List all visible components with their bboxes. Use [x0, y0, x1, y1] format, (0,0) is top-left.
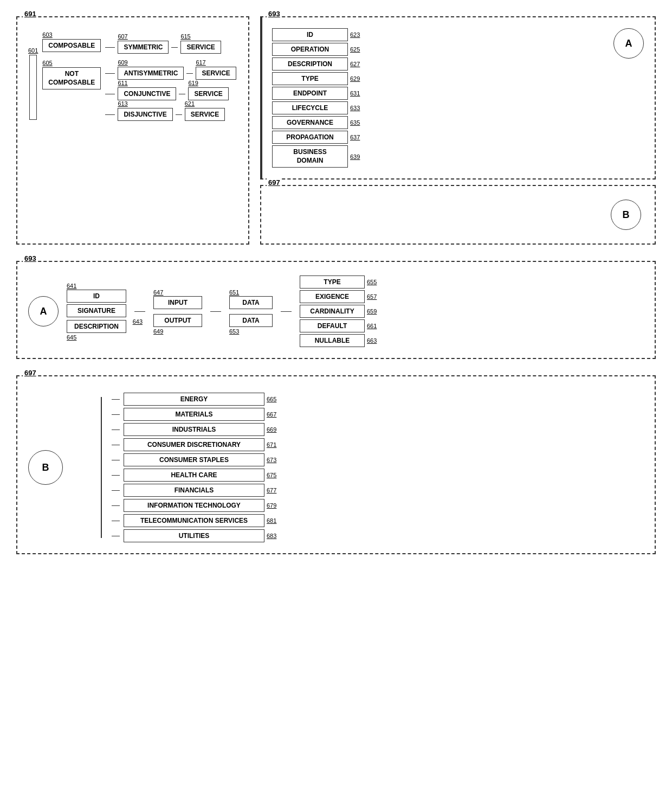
bar-601: 601 — [28, 47, 38, 120]
s3-industrials-hline — [112, 430, 120, 430]
branches-col: 607 SYMMETRIC 615 SERVICE 609 — [105, 36, 236, 121]
ref-683: 683 — [267, 533, 282, 539]
prop-operation-row: OPERATION 625 — [272, 43, 605, 56]
prop-endpoint-row: ENDPOINT 631 — [272, 87, 605, 100]
label-691: 691 — [23, 10, 38, 18]
s2-connector-left — [134, 311, 145, 312]
tree-691: 601 603 COMPOSABLE 605 NOT COMPOSABLE — [28, 34, 237, 121]
service-615-box: SERVICE — [180, 41, 221, 54]
not-composable-box-wrap: 605 NOT COMPOSABLE — [42, 67, 101, 89]
line-disj2 — [176, 114, 182, 115]
prop-type-box: TYPE — [272, 72, 348, 85]
conj-wrap: 611 CONJUNCTIVE — [118, 87, 176, 100]
circle-a-s2: A — [28, 296, 59, 326]
s2-cardinality-box: CARDINALITY — [300, 305, 365, 318]
s2-input-ref: 647 — [153, 289, 163, 296]
s3-telecom-box: TELECOMMUNICATION SERVICES — [124, 514, 264, 527]
circle-a: A — [613, 28, 644, 59]
ref-605: 605 — [42, 60, 52, 66]
s3-industrials-box: INDUSTRIALS — [124, 423, 264, 436]
s3-consumer-disc-row: CONSUMER DISCRETIONARY 671 — [112, 438, 282, 451]
s3-infotech-box: INFORMATION TECHNOLOGY — [124, 499, 264, 512]
ref-607: 607 — [118, 33, 127, 40]
composable-col: 603 COMPOSABLE 605 NOT COMPOSABLE — [42, 39, 101, 89]
ref-661: 661 — [367, 323, 382, 329]
s2-default-box: DEFAULT — [300, 319, 365, 332]
s3-health-box: HEALTH CARE — [124, 469, 264, 482]
ref-609: 609 — [118, 59, 127, 66]
prop-propagation-row: PROPAGATION 637 — [272, 131, 605, 144]
prop-propagation-box: PROPAGATION — [272, 131, 348, 144]
ref-637: 637 — [350, 134, 365, 140]
s2-exigence-row: EXIGENCE 657 — [300, 290, 382, 303]
bar-601-rect — [29, 55, 37, 120]
s3-energy-hline — [112, 399, 120, 400]
circle-b-label: B — [623, 209, 630, 221]
s2-type-box: TYPE — [300, 275, 365, 289]
s3-consumer-disc-box: CONSUMER DISCRETIONARY — [124, 438, 264, 451]
s2-left-boxes: 641 ID SIGNATURE 643 DESCRIPTION 645 — [67, 290, 126, 333]
box-697-content: B — [272, 197, 644, 233]
line-anti — [105, 73, 115, 74]
line-sym — [105, 47, 115, 48]
ref-675: 675 — [267, 472, 282, 478]
s2-io-boxes: 647 INPUT OUTPUT 649 — [153, 296, 202, 327]
line-anti2 — [186, 73, 193, 74]
circle-a-container: A — [613, 28, 644, 59]
composable-label: COMPOSABLE — [48, 79, 95, 86]
s2-sig-wrap: SIGNATURE 643 — [67, 304, 126, 317]
s2-id-box: ID — [67, 290, 126, 303]
ref-629: 629 — [350, 75, 365, 82]
ref-611: 611 — [118, 80, 127, 86]
s2-data1-wrap: 651 DATA — [229, 296, 273, 309]
s3-telecom-row: TELECOMMUNICATION SERVICES 681 — [112, 514, 282, 527]
s2-desc-wrap: DESCRIPTION 645 — [67, 320, 126, 333]
ref-669: 669 — [267, 426, 282, 433]
s3-materials-hline — [112, 414, 120, 415]
conjunctive-box: CONJUNCTIVE — [118, 87, 176, 100]
s2-data2-box: DATA — [229, 314, 273, 327]
disj-wrap: 613 DISJUNCTIVE — [118, 108, 172, 121]
not-label: NOT — [65, 70, 79, 78]
prop-businessdomain-box: BUSINESSDOMAIN — [272, 145, 348, 168]
s3-materials-box: MATERIALS — [124, 408, 264, 421]
s3-financials-row: FINANCIALS 677 — [112, 484, 282, 497]
label-693-exp: 693 — [23, 254, 38, 262]
box-693-content: ID 623 OPERATION 625 DESCRIPTION 627 T — [272, 28, 644, 168]
ref-657: 657 — [367, 293, 382, 300]
prop-operation-box: OPERATION — [272, 43, 348, 56]
ref-627: 627 — [350, 61, 365, 67]
box-697: 697 B — [260, 185, 656, 245]
prop-governance-row: GOVERNANCE 635 — [272, 116, 605, 129]
prop-lifecycle-box: LIFECYCLE — [272, 101, 348, 114]
s3-consumer-stap-hline — [112, 460, 120, 460]
label-697: 697 — [267, 178, 282, 187]
section1-right-col: 693 ID 623 OPERATION 625 — [260, 16, 656, 245]
box-691: 691 601 603 COMPOSABLE 605 — [16, 16, 249, 245]
s2-prop-list: TYPE 655 EXIGENCE 657 CARDINALITY 659 DE… — [300, 275, 382, 347]
ref-625: 625 — [350, 46, 365, 53]
s2-id-ref: 641 — [67, 283, 76, 289]
circle-b-s3: B — [28, 450, 63, 485]
composable-box: COMPOSABLE — [42, 39, 101, 52]
section1-wrapper: 691 601 603 COMPOSABLE 605 — [16, 16, 656, 245]
s2-output-ref: 649 — [153, 328, 163, 335]
s3-health-hline — [112, 475, 120, 476]
s3-infotech-row: INFORMATION TECHNOLOGY 679 — [112, 499, 282, 512]
line-sym2 — [171, 47, 178, 48]
s3-financials-hline — [112, 490, 120, 491]
s3-utilities-row: UTILITIES 683 — [112, 529, 282, 542]
anti-wrap: 609 ANTISYMMETRIC — [118, 67, 184, 80]
s3-utilities-box: UTILITIES — [124, 529, 264, 542]
box-693: 693 ID 623 OPERATION 625 — [260, 16, 656, 180]
svc615-wrap: 615 SERVICE — [180, 41, 221, 54]
s3-vline — [101, 397, 102, 538]
s3-financials-box: FINANCIALS — [124, 484, 264, 497]
ref-617: 617 — [196, 59, 205, 66]
s2-desc-ref: 645 — [67, 334, 76, 341]
prop-description-box: DESCRIPTION — [272, 57, 348, 71]
property-list-693: ID 623 OPERATION 625 DESCRIPTION 627 T — [272, 28, 605, 168]
s3-consumer-stap-row: CONSUMER STAPLES 673 — [112, 453, 282, 466]
s2-sig-box: SIGNATURE — [67, 304, 126, 317]
ref-681: 681 — [267, 517, 282, 524]
